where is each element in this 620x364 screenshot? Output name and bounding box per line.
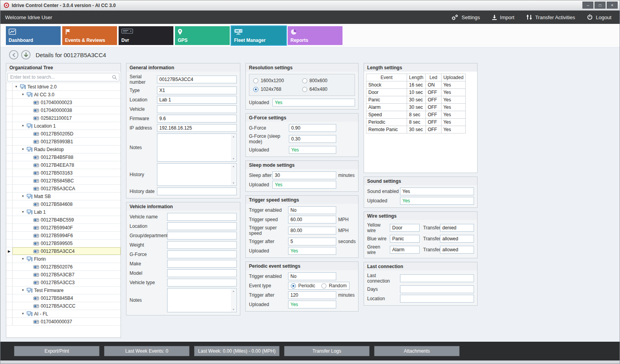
length-row-periodic[interactable]: Periodic8 secOFFYes xyxy=(366,119,466,126)
length-row-remote-panic[interactable]: Remote Panic30 secOFFYes xyxy=(366,126,466,133)
length-row-shock[interactable]: Shock16 secONYes xyxy=(366,81,466,89)
tree-item-025821100017[interactable]: 025821100017 xyxy=(6,114,121,122)
tree-item-test-idrive-2-0[interactable]: ▼Test Idrive 2.0 xyxy=(6,83,121,91)
tab-fleet-manager[interactable]: Fleet Manager xyxy=(231,26,286,45)
tree-item-00127b50205d[interactable]: 00127B50205D xyxy=(6,130,121,138)
expand-collapse-icon[interactable]: ▼ xyxy=(21,195,25,198)
tree-item-00127b5a3cc3[interactable]: 00127B5A3CC3 xyxy=(6,279,121,287)
last-week-0-00-miles-0-00-mph-button[interactable]: Last Week: 0.00 (Miles) - 0.00 (MPH) xyxy=(194,346,279,356)
tree-item-00127b59940f[interactable]: 00127B59940F xyxy=(6,224,121,232)
logout-button[interactable]: Logout xyxy=(581,11,617,24)
sleep-sleep-after-input[interactable]: 30 xyxy=(272,171,336,179)
tree-item-radu-desktop[interactable]: ▼Radu Desktop xyxy=(6,146,121,153)
tree-item-ai-cc-3-0[interactable]: ▼AI CC 3.0 xyxy=(6,91,121,99)
trig-uploaded-input[interactable]: Yes xyxy=(288,247,336,255)
veh-make-input[interactable] xyxy=(167,260,237,268)
lastconn-days-input[interactable] xyxy=(400,285,474,293)
radio-800x600[interactable]: 800x600 xyxy=(302,78,351,83)
yellow-wire-transfer-input[interactable]: denied xyxy=(440,224,474,232)
general-firmware-input[interactable]: 9.6 xyxy=(157,115,237,123)
scrollbar[interactable]: ▲▼ xyxy=(231,134,236,161)
radio-random[interactable]: Random xyxy=(321,283,346,288)
expand-collapse-icon[interactable]: ▼ xyxy=(21,93,25,96)
expand-collapse-icon[interactable]: ▼ xyxy=(21,210,25,214)
tree-item-017040000023[interactable]: 017040000023 xyxy=(6,99,121,106)
yellow-wire-input[interactable]: Door xyxy=(390,224,420,232)
tree-item-00127b4eea78[interactable]: 00127B4EEA78 xyxy=(6,161,121,169)
minimize-button[interactable]: – xyxy=(582,2,593,9)
tree-item-00127b4bc559[interactable]: 00127B4BC559 xyxy=(6,216,121,224)
tree-item-test-firmware[interactable]: ▼Test Firmware xyxy=(6,287,121,294)
general-history-textarea[interactable]: ▲▼ xyxy=(157,163,237,186)
tab-reports[interactable]: Reports xyxy=(288,26,342,45)
tree-item-00127b503163[interactable]: 00127B503163 xyxy=(6,169,121,177)
last-week-events-0-button[interactable]: Last Week Events: 0 xyxy=(104,346,189,356)
periodic-trigger-after-input[interactable]: 120 xyxy=(288,291,336,299)
expand-collapse-icon[interactable]: ▼ xyxy=(21,288,25,292)
tab-events-reviews[interactable]: Events & Reviews xyxy=(62,26,117,45)
tree-item-00127b5a3cc4[interactable]: ▶00127B5A3CC4 xyxy=(6,247,121,255)
maximize-button[interactable]: □ xyxy=(595,2,606,9)
expand-collapse-icon[interactable]: ▼ xyxy=(21,148,25,151)
trig-trigger-after-input[interactable]: 5 xyxy=(288,238,336,245)
veh-group-department-input[interactable] xyxy=(167,232,237,240)
tree-item-017040000038[interactable]: 017040000038 xyxy=(6,106,121,114)
tree-item-00127b5a3ccc[interactable]: 00127B5A3CCC xyxy=(6,302,121,310)
blue-wire-input[interactable]: Panic xyxy=(390,235,420,243)
green-wire-input[interactable]: Alarm xyxy=(390,246,420,254)
veh-notes-textarea[interactable]: ▲▼ xyxy=(167,288,237,312)
trig-trigger-super-speed-input[interactable]: 80.00 xyxy=(288,227,336,234)
export-print-button[interactable]: Export/Print xyxy=(14,346,99,356)
import-button[interactable]: Import xyxy=(486,11,520,24)
general-history-date-input[interactable] xyxy=(157,187,237,195)
scrollbar[interactable]: ▲▼ xyxy=(231,164,236,185)
veh-location-input[interactable] xyxy=(167,222,237,230)
gforce-g-force-input[interactable]: 0.90 xyxy=(289,124,336,132)
transfer-logs-button[interactable]: Transfer Logs xyxy=(284,346,369,356)
veh-weight-input[interactable] xyxy=(167,241,237,249)
tree-item-matt-sb[interactable]: ▼Matt SB xyxy=(6,193,121,200)
periodic-trigger-enabled-input[interactable]: No xyxy=(288,272,336,280)
search-input[interactable] xyxy=(7,73,119,81)
sound-uploaded-input[interactable]: Yes xyxy=(400,197,474,205)
veh-vehicle-type-input[interactable] xyxy=(167,279,237,287)
tree-item-00127b5845bc[interactable]: 00127B5845BC xyxy=(6,177,121,185)
periodic-uploaded-input[interactable]: Yes xyxy=(288,301,336,308)
trig-trigger-speed-input[interactable]: 60.00 xyxy=(288,216,336,223)
tree-item-00127b5993b1[interactable]: 00127B5993B1 xyxy=(6,138,121,146)
tree-item-00127b584608[interactable]: 00127B584608 xyxy=(6,200,121,208)
radio-periodic[interactable]: Periodic xyxy=(291,283,315,288)
length-row-door[interactable]: Door10 secOFFYes xyxy=(366,89,466,96)
lastconn-last-connection-input[interactable] xyxy=(400,274,474,282)
radio-640x480[interactable]: 640x480 xyxy=(302,86,351,92)
tree-item-00127b502076[interactable]: 00127B502076 xyxy=(6,263,121,271)
tree-item-00127b4b5f88[interactable]: 00127B4B5F88 xyxy=(6,153,121,161)
veh-model-input[interactable] xyxy=(167,269,237,277)
general-vehicle-input[interactable] xyxy=(157,105,237,113)
green-wire-transfer-input[interactable]: allowed xyxy=(440,246,474,254)
tree-item-florin[interactable]: ▼Florin xyxy=(6,255,121,263)
general-type-input[interactable]: X1 xyxy=(157,86,237,94)
trig-trigger-enabled-input[interactable]: No xyxy=(288,206,336,214)
veh-vehicle-name-input[interactable] xyxy=(167,213,237,221)
close-button[interactable]: × xyxy=(607,2,618,9)
general-ip-address-input[interactable]: 192.168.16.125 xyxy=(157,124,237,132)
tab-gps[interactable]: GPS xyxy=(175,26,230,45)
collapse-button[interactable] xyxy=(21,50,31,59)
radio-1600x1200[interactable]: 1600x1200 xyxy=(253,78,302,83)
expand-collapse-icon[interactable]: ▼ xyxy=(14,85,18,88)
attachments-button[interactable]: Attachments xyxy=(374,346,460,356)
tree-item-00127b5a3cca[interactable]: 00127B5A3CCA xyxy=(6,185,121,193)
tree-item-ai-fl[interactable]: ▼AI - FL xyxy=(6,310,121,318)
general-notes-textarea[interactable]: ▲▼ xyxy=(157,133,237,162)
radio-1024x768[interactable]: 1024x768 xyxy=(253,86,302,92)
scrollbar[interactable]: ▲▼ xyxy=(231,289,236,312)
general-serial-number-input[interactable]: 00127B5A3CC4 xyxy=(157,76,237,83)
tree-item-location-1[interactable]: ▼Location 1 xyxy=(6,122,121,130)
expand-collapse-icon[interactable]: ▼ xyxy=(21,312,25,315)
tree-item-00127b5845b4[interactable]: 00127B5845B4 xyxy=(6,294,121,302)
tree-item-017040000037[interactable]: 017040000037 xyxy=(6,318,121,326)
transfer-activities-button[interactable]: Transfer Activities xyxy=(520,11,581,24)
expand-collapse-icon[interactable]: ▼ xyxy=(21,124,25,128)
length-row-alarm[interactable]: Alarm30 secOFFYes xyxy=(366,104,466,111)
